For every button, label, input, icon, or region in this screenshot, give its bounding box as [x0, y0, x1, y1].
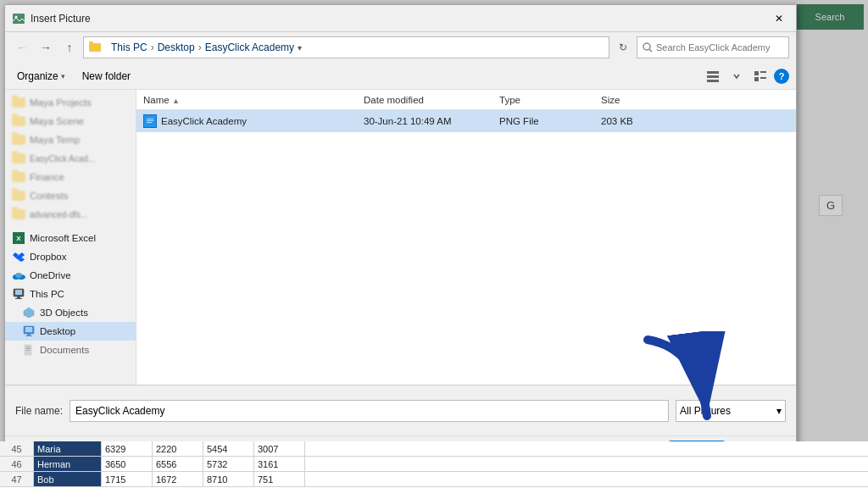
excel-cell-47-4: 8710 [203, 472, 254, 486]
col-date-header[interactable]: Date modified [364, 95, 499, 105]
sidebar-excel-label: Microsoft Excel [30, 233, 96, 243]
up-button[interactable]: ↑ [59, 37, 80, 58]
list-view-icon [706, 69, 720, 83]
organize-label: Organize [17, 70, 58, 82]
svg-rect-7 [707, 75, 719, 78]
new-folder-button[interactable]: New folder [77, 69, 136, 84]
excel-row-id-45: 45 [0, 441, 34, 456]
svg-rect-10 [760, 71, 766, 73]
excel-cell-name-46: Herman [34, 457, 102, 471]
picture-icon [12, 12, 25, 25]
address-folder[interactable]: EasyClick Academy [205, 42, 294, 53]
view-chevron-icon [732, 72, 741, 80]
filetype-dropdown[interactable]: All Pictures ▾ [676, 400, 786, 422]
documents-icon [22, 343, 36, 357]
excel-cell-45-3: 2220 [153, 441, 203, 456]
view-chevron-button[interactable] [726, 66, 747, 86]
svg-rect-25 [25, 336, 32, 336]
svg-point-4 [643, 43, 650, 50]
sidebar-item-excel[interactable]: X Microsoft Excel [5, 229, 136, 247]
organize-chevron: ▾ [61, 72, 65, 80]
sidebar-item-blurred-2: Maya Scene [5, 112, 136, 130]
toolbar-right: ? [703, 66, 789, 86]
svg-rect-3 [89, 42, 93, 43]
new-folder-label: New folder [82, 70, 131, 82]
sidebar-dropbox-label: Dropbox [30, 252, 66, 262]
sidebar-item-blurred-3: Maya Temp [5, 130, 136, 149]
svg-rect-29 [26, 350, 29, 351]
bottom-filename-bar: File name: All Pictures ▾ [5, 385, 796, 435]
title-bar-left: Insert Picture [12, 12, 91, 25]
col-type-header[interactable]: Type [499, 95, 601, 105]
sidebar-item-blurred-6: Contests [5, 186, 136, 205]
svg-rect-18 [15, 290, 22, 295]
svg-rect-27 [26, 347, 30, 347]
refresh-button[interactable]: ↻ [613, 37, 633, 58]
svg-rect-6 [707, 71, 719, 74]
address-thispc[interactable]: This PC [111, 42, 147, 53]
file-size-cell: 203 KB [601, 116, 669, 126]
toolbar: Organize ▾ New folder [5, 63, 796, 90]
sidebar-item-desktop[interactable]: Desktop [5, 322, 136, 341]
help-button[interactable]: ? [774, 69, 789, 84]
svg-rect-31 [147, 119, 153, 119]
svg-rect-33 [147, 122, 152, 123]
svg-point-16 [15, 273, 22, 278]
svg-rect-8 [707, 80, 719, 82]
dropbox-icon [12, 250, 25, 263]
excel-cell-45-4: 5454 [203, 441, 254, 456]
details-view-icon [754, 69, 767, 83]
excel-cell-46-2: 3650 [102, 457, 153, 471]
navigation-bar: ← → ↑ This PC › Desktop › EasyClick Acad… [5, 32, 796, 63]
organize-button[interactable]: Organize ▾ [12, 69, 70, 84]
forward-button[interactable]: → [36, 37, 56, 58]
file-name-cell: EasyClick Academy [143, 114, 364, 128]
excel-row-id-46: 46 [0, 457, 34, 471]
excel-cell-46-4: 5732 [203, 457, 254, 471]
close-button[interactable]: ✕ [769, 8, 789, 29]
col-name-header[interactable]: Name ▲ [143, 95, 364, 105]
svg-rect-19 [17, 297, 20, 298]
details-view-button[interactable] [750, 66, 771, 86]
sidebar: Maya Projects Maya Scene Maya Temp EasyC… [5, 90, 136, 385]
excel-row-id-47: 47 [0, 472, 34, 486]
back-button[interactable]: ← [12, 37, 32, 58]
col-size-header[interactable]: Size [601, 95, 669, 105]
svg-rect-32 [147, 120, 153, 121]
svg-rect-24 [27, 334, 31, 336]
search-bar[interactable] [637, 36, 789, 58]
svg-rect-20 [15, 298, 22, 299]
excel-cell-46-3: 6556 [153, 457, 203, 471]
excel-row-45: 45 Maria 6329 2220 5454 3007 [0, 441, 868, 457]
sidebar-desktop-label: Desktop [40, 326, 75, 336]
sidebar-item-blurred-5: Finance [5, 168, 136, 186]
filetype-value: All Pictures [680, 405, 731, 417]
svg-rect-23 [25, 327, 32, 332]
sidebar-item-documents[interactable]: Documents [5, 341, 136, 359]
excel-row-47: 47 Bob 1715 1672 8710 751 [0, 472, 868, 487]
svg-rect-9 [754, 71, 759, 75]
svg-line-5 [649, 49, 652, 52]
sidebar-item-thispc[interactable]: This PC [5, 285, 136, 303]
filename-input[interactable] [70, 400, 669, 422]
file-area: Name ▲ Date modified Type Size [136, 90, 796, 385]
file-type-icon [143, 114, 157, 128]
title-bar: Insert Picture ✕ [5, 5, 796, 32]
excel-cell-name-45: Maria [34, 441, 102, 456]
svg-rect-2 [89, 43, 101, 52]
address-bar[interactable]: This PC › Desktop › EasyClick Academy ▾ [83, 36, 609, 58]
excel-cell-47-5: 751 [254, 472, 305, 486]
sidebar-item-onedrive[interactable]: OneDrive [5, 266, 136, 285]
file-row[interactable]: EasyClick Academy 30-Jun-21 10:49 AM PNG… [136, 110, 796, 132]
sort-arrow: ▲ [172, 97, 180, 105]
list-view-button[interactable] [703, 66, 723, 86]
svg-rect-0 [13, 14, 25, 24]
excel-row-46: 46 Herman 3650 6556 5732 3161 [0, 457, 868, 472]
search-input[interactable] [656, 42, 783, 53]
search-icon [643, 42, 653, 53]
excel-cell-47-2: 1715 [102, 472, 153, 486]
address-desktop[interactable]: Desktop [158, 42, 195, 53]
sidebar-item-dropbox[interactable]: Dropbox [5, 247, 136, 266]
sidebar-item-3dobjects[interactable]: 3D Objects [5, 303, 136, 322]
svg-rect-12 [760, 77, 766, 79]
